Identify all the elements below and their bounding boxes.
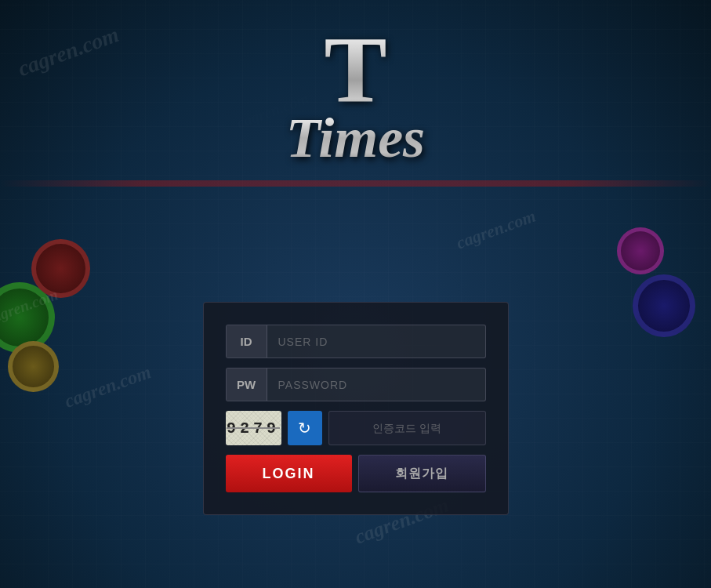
id-label: ID (227, 325, 267, 358)
register-button[interactable]: 회원가입 (358, 455, 486, 492)
pw-input-row: PW (226, 368, 486, 401)
button-row: LOGIN 회원가입 (226, 455, 486, 492)
pw-label: PW (227, 368, 267, 401)
red-stripe (0, 180, 711, 187)
pw-input[interactable] (267, 369, 485, 401)
captcha-input[interactable] (328, 411, 486, 445)
chip-3 (8, 341, 59, 392)
captcha-row: 9279 ↻ (226, 411, 486, 445)
logo-container: T Times (191, 24, 521, 166)
logo-name: Times (191, 110, 521, 166)
chip-4 (633, 274, 695, 337)
chip-5 (617, 227, 664, 274)
id-input-row: ID (226, 325, 486, 358)
login-button[interactable]: LOGIN (226, 455, 352, 492)
captcha-image: 9279 (226, 411, 281, 445)
logo-letter: T (191, 24, 521, 118)
chip-2 (31, 239, 90, 298)
captcha-text: 9279 (227, 419, 280, 437)
login-form: ID PW 9279 ↻ LOGIN 회원가입 (203, 302, 509, 515)
captcha-refresh-button[interactable]: ↻ (288, 411, 322, 445)
id-input[interactable] (267, 326, 485, 358)
